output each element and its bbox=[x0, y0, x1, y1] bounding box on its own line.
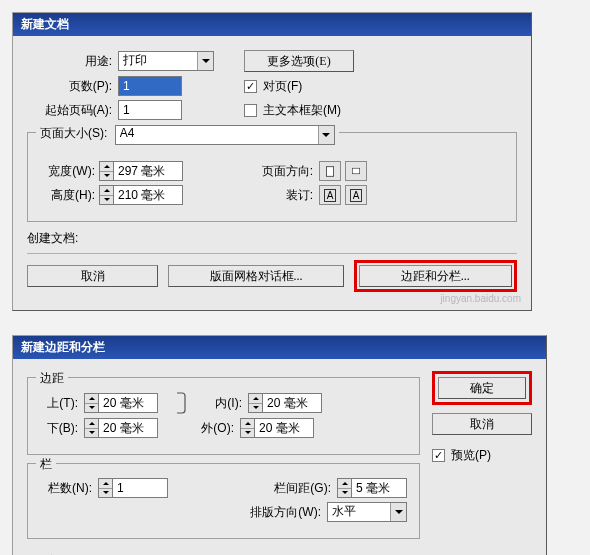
svg-rect-0 bbox=[326, 166, 333, 176]
arrow-up-icon[interactable] bbox=[249, 394, 262, 404]
arrow-up-icon[interactable] bbox=[338, 479, 351, 489]
binding-right-icon: A bbox=[350, 189, 363, 202]
arrow-down-icon[interactable] bbox=[99, 489, 112, 498]
arrow-down-icon[interactable] bbox=[100, 196, 113, 205]
arrow-up-icon[interactable] bbox=[85, 419, 98, 429]
binding-left-button[interactable]: A bbox=[319, 185, 341, 205]
more-options-label: 更多选项(E) bbox=[267, 53, 330, 70]
ok-button[interactable]: 确定 bbox=[438, 377, 526, 399]
svg-rect-1 bbox=[352, 168, 359, 174]
pagesize-label: 页面大小(S): bbox=[40, 126, 107, 140]
inside-label: 内(I): bbox=[204, 395, 242, 412]
outside-value[interactable]: 20 毫米 bbox=[254, 418, 314, 438]
master-textframe-checkbox[interactable]: 主文本框架(M) bbox=[244, 102, 341, 119]
margins-columns-dialog: 新建边距和分栏 边距 上(T): 20 毫米 内(I): bbox=[12, 335, 547, 555]
intent-value: 打印 bbox=[118, 51, 214, 71]
writing-label: 排版方向(W): bbox=[241, 504, 321, 521]
intent-label: 用途: bbox=[27, 53, 112, 70]
facing-label: 对页(F) bbox=[263, 78, 302, 95]
arrow-down-icon[interactable] bbox=[100, 172, 113, 181]
binding-left-icon: A bbox=[324, 189, 337, 202]
pages-input[interactable] bbox=[118, 76, 182, 96]
margins-legend: 边距 bbox=[36, 370, 68, 387]
colnum-value[interactable]: 1 bbox=[112, 478, 168, 498]
bottom-value[interactable]: 20 毫米 bbox=[98, 418, 158, 438]
orient-label: 页面方向: bbox=[253, 163, 313, 180]
inside-stepper[interactable]: 20 毫米 bbox=[248, 393, 322, 413]
cancel-button[interactable]: 取消 bbox=[27, 265, 158, 287]
inside-value[interactable]: 20 毫米 bbox=[262, 393, 322, 413]
create-doc-label: 创建文档: bbox=[27, 230, 517, 247]
arrow-up-icon[interactable] bbox=[100, 186, 113, 196]
width-stepper[interactable]: 297 毫米 bbox=[99, 161, 183, 181]
arrow-down-icon[interactable] bbox=[338, 489, 351, 498]
width-label: 宽度(W): bbox=[40, 163, 95, 180]
pagesize-legend: 页面大小(S): A4 bbox=[36, 125, 339, 145]
orientation-portrait-button[interactable] bbox=[319, 161, 341, 181]
gutter-label: 栏间距(G): bbox=[267, 480, 331, 497]
cancel-button-2[interactable]: 取消 bbox=[432, 413, 532, 435]
height-stepper[interactable]: 210 毫米 bbox=[99, 185, 183, 205]
margins-columns-label: 边距和分栏... bbox=[401, 268, 470, 285]
columns-fieldset: 栏 栏数(N): 1 栏间距(G): 5 毫米 排版方向(W): bbox=[27, 463, 420, 539]
highlight-margins-button: 边距和分栏... bbox=[354, 260, 517, 292]
bind-label: 装订: bbox=[253, 187, 313, 204]
writing-value: 水平 bbox=[327, 502, 407, 522]
highlight-ok-button: 确定 bbox=[432, 371, 532, 405]
columns-legend: 栏 bbox=[36, 456, 56, 473]
binding-right-button[interactable]: A bbox=[345, 185, 367, 205]
dialog2-title: 新建边距和分栏 bbox=[21, 340, 105, 354]
arrow-up-icon[interactable] bbox=[100, 162, 113, 172]
top-value[interactable]: 20 毫米 bbox=[98, 393, 158, 413]
arrow-down-icon[interactable] bbox=[241, 429, 254, 438]
gutter-value[interactable]: 5 毫米 bbox=[351, 478, 407, 498]
page-portrait-icon bbox=[326, 165, 334, 178]
link-margins-icon[interactable] bbox=[170, 392, 192, 414]
width-value[interactable]: 297 毫米 bbox=[113, 161, 183, 181]
bottom-label: 下(B): bbox=[40, 420, 78, 437]
arrow-up-icon[interactable] bbox=[85, 394, 98, 404]
preview-label: 预览(P) bbox=[451, 447, 491, 464]
separator bbox=[27, 253, 517, 254]
outside-stepper[interactable]: 20 毫米 bbox=[240, 418, 314, 438]
colnum-stepper[interactable]: 1 bbox=[98, 478, 168, 498]
startpage-input[interactable] bbox=[118, 100, 182, 120]
layout-grid-label: 版面网格对话框... bbox=[210, 268, 303, 285]
margins-fieldset: 边距 上(T): 20 毫米 内(I): 20 毫米 bbox=[27, 377, 420, 455]
cancel-label: 取消 bbox=[81, 268, 105, 285]
layout-grid-button[interactable]: 版面网格对话框... bbox=[168, 265, 343, 287]
checkbox-unchecked-icon bbox=[244, 104, 257, 117]
arrow-up-icon[interactable] bbox=[99, 479, 112, 489]
titlebar-2: 新建边距和分栏 bbox=[13, 336, 546, 359]
orientation-landscape-button[interactable] bbox=[345, 161, 367, 181]
top-label: 上(T): bbox=[40, 395, 78, 412]
checkbox-checked-icon: ✓ bbox=[432, 449, 445, 462]
master-label: 主文本框架(M) bbox=[263, 102, 341, 119]
arrow-up-icon[interactable] bbox=[241, 419, 254, 429]
titlebar-1: 新建文档 bbox=[13, 13, 531, 36]
arrow-down-icon[interactable] bbox=[85, 429, 98, 438]
outside-label: 外(O): bbox=[196, 420, 234, 437]
colnum-label: 栏数(N): bbox=[40, 480, 92, 497]
more-options-button[interactable]: 更多选项(E) bbox=[244, 50, 354, 72]
arrow-down-icon[interactable] bbox=[85, 404, 98, 413]
preview-checkbox[interactable]: ✓ 预览(P) bbox=[432, 447, 532, 464]
startpage-label: 起始页码(A): bbox=[27, 102, 112, 119]
gutter-stepper[interactable]: 5 毫米 bbox=[337, 478, 407, 498]
height-label: 高度(H): bbox=[40, 187, 95, 204]
facing-pages-checkbox[interactable]: ✓ 对页(F) bbox=[244, 78, 302, 95]
pages-label: 页数(P): bbox=[27, 78, 112, 95]
intent-select[interactable]: 打印 bbox=[118, 51, 214, 71]
margins-columns-button[interactable]: 边距和分栏... bbox=[359, 265, 512, 287]
top-stepper[interactable]: 20 毫米 bbox=[84, 393, 158, 413]
dialog1-title: 新建文档 bbox=[21, 17, 69, 31]
pagesize-select[interactable]: A4 bbox=[115, 125, 335, 145]
arrow-down-icon[interactable] bbox=[249, 404, 262, 413]
writing-select[interactable]: 水平 bbox=[327, 502, 407, 522]
page-landscape-icon bbox=[352, 166, 360, 176]
height-value[interactable]: 210 毫米 bbox=[113, 185, 183, 205]
bottom-stepper[interactable]: 20 毫米 bbox=[84, 418, 158, 438]
pagesize-fieldset: 页面大小(S): A4 宽度(W): 297 毫米 页面方向: bbox=[27, 132, 517, 222]
cancel-label-2: 取消 bbox=[470, 416, 494, 433]
pagesize-value: A4 bbox=[115, 125, 335, 145]
